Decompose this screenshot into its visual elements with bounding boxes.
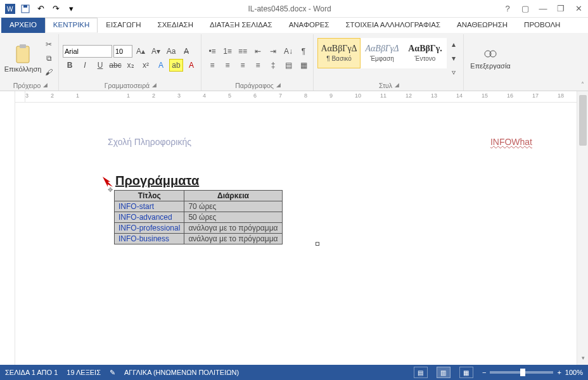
copy-button[interactable]: ⧉ bbox=[42, 52, 56, 65]
view-print-layout[interactable]: ▥ bbox=[437, 367, 451, 378]
align-left-button[interactable]: ≡ bbox=[205, 59, 219, 72]
subscript-button[interactable]: x₂ bbox=[124, 59, 137, 72]
text-effects-button[interactable]: A bbox=[154, 59, 168, 72]
view-read-mode[interactable]: ▤ bbox=[414, 367, 428, 378]
document-heading[interactable]: Προγράμματα bbox=[115, 174, 199, 188]
paste-button[interactable]: Επικόλληση bbox=[5, 37, 41, 79]
align-right-button[interactable]: ≡ bbox=[236, 59, 250, 72]
tab-layout[interactable]: ΔΙΑΤΑΞΗ ΣΕΛΙΔΑΣ bbox=[201, 18, 281, 33]
table-resize-handle[interactable] bbox=[316, 242, 319, 246]
cell-duration[interactable]: ανάλογα με το πρόγραμμα bbox=[184, 223, 282, 234]
cell-duration[interactable]: ανάλογα με το πρόγραμμα bbox=[184, 234, 282, 244]
strikethrough-button[interactable]: abc bbox=[108, 59, 122, 72]
borders-button[interactable]: ▦ bbox=[297, 59, 310, 72]
increase-indent-button[interactable]: ⇥ bbox=[266, 45, 280, 58]
zoom-slider[interactable] bbox=[490, 371, 553, 374]
tab-insert[interactable]: ΕΙΣΑΓΩΓΗ bbox=[98, 18, 149, 33]
status-page[interactable]: ΣΕΛΙΔΑ 1 ΑΠΟ 1 bbox=[5, 369, 58, 376]
tab-view[interactable]: ΠΡΟΒΟΛΗ bbox=[516, 18, 568, 33]
cell-duration[interactable]: 70 ώρες bbox=[184, 201, 282, 212]
help-icon[interactable]: ? bbox=[501, 4, 514, 13]
group-paragraph: •≡ 1≡ ≡≡ ⇤ ⇥ A↓ ¶ ≡ ≡ ≡ ≡ ‡ ▤ ▦ bbox=[203, 34, 314, 91]
scroll-thumb[interactable] bbox=[579, 95, 587, 146]
save-icon[interactable] bbox=[18, 1, 33, 16]
view-web-layout[interactable]: ▦ bbox=[459, 367, 473, 378]
underline-button[interactable]: U bbox=[93, 59, 107, 72]
superscript-button[interactable]: x² bbox=[139, 59, 153, 72]
scroll-down-button[interactable]: ▾ bbox=[577, 355, 588, 365]
cut-button[interactable]: ✂ bbox=[42, 38, 56, 51]
collapse-ribbon-button[interactable]: ˄ bbox=[581, 81, 584, 88]
font-name-combo[interactable] bbox=[63, 45, 112, 58]
ruler-mark: 1 bbox=[76, 92, 79, 99]
table-move-handle[interactable]: ✥ bbox=[108, 186, 113, 193]
styles-expand[interactable]: ▿ bbox=[447, 66, 461, 79]
zoom-in-button[interactable]: + bbox=[557, 369, 561, 376]
highlight-button[interactable]: ab bbox=[169, 59, 183, 72]
decrease-font-button[interactable]: A▾ bbox=[149, 45, 163, 58]
proofing-icon[interactable]: ✎ bbox=[110, 369, 115, 377]
zoom-out-button[interactable]: − bbox=[482, 369, 486, 376]
cell-duration[interactable]: 50 ώρες bbox=[184, 212, 282, 223]
status-words[interactable]: 19 ΛΕΞΕΙΣ bbox=[67, 369, 101, 376]
bullets-button[interactable]: •≡ bbox=[205, 45, 219, 58]
zoom-value[interactable]: 100% bbox=[565, 369, 583, 376]
clipboard-dialog-launcher[interactable]: ◢ bbox=[43, 82, 48, 89]
undo-icon[interactable]: ↶ bbox=[33, 1, 48, 16]
format-painter-button[interactable]: 🖌 bbox=[42, 66, 56, 79]
line-spacing-button[interactable]: ‡ bbox=[266, 59, 280, 72]
ribbon-options-icon[interactable]: ▢ bbox=[518, 4, 532, 13]
table-row[interactable]: INFO-businessανάλογα με το πρόγραμμα bbox=[115, 234, 283, 244]
font-dialog-launcher[interactable]: ◢ bbox=[152, 82, 157, 89]
table-row[interactable]: INFO-professionalανάλογα με το πρόγραμμα bbox=[115, 223, 283, 234]
tab-design[interactable]: ΣΧΕΔΙΑΣΗ bbox=[150, 18, 201, 33]
find-button[interactable]: Επεξεργασία bbox=[468, 37, 513, 79]
styles-row-down[interactable]: ▾ bbox=[447, 52, 461, 65]
ruler-mark: 1 bbox=[127, 92, 130, 99]
decrease-indent-button[interactable]: ⇤ bbox=[251, 45, 265, 58]
style-strong[interactable]: ΑαΒβΓγ. Έντονο bbox=[404, 38, 447, 68]
cell-title[interactable]: INFO-business bbox=[115, 234, 184, 244]
restore-icon[interactable]: ❐ bbox=[554, 4, 568, 13]
tab-review[interactable]: ΑΝΑΘΕΩΡΗΣΗ bbox=[449, 18, 516, 33]
style-emphasis[interactable]: ΑαΒβΓγΔ Έμφαση bbox=[361, 38, 404, 68]
minimize-icon[interactable]: — bbox=[536, 4, 550, 13]
table-row[interactable]: INFO-start70 ώρες bbox=[115, 201, 283, 212]
programs-table[interactable]: Τίτλος Διάρκεια INFO-start70 ώρεςINFO-ad… bbox=[114, 190, 283, 244]
close-icon[interactable]: ✕ bbox=[572, 4, 585, 13]
tab-references[interactable]: ΑΝΑΦΟΡΕΣ bbox=[281, 18, 338, 33]
shading-button[interactable]: ▤ bbox=[281, 59, 295, 72]
tab-mailings[interactable]: ΣΤΟΙΧΕΙΑ ΑΛΛΗΛΟΓΡΑΦΙΑΣ bbox=[338, 18, 449, 33]
justify-button[interactable]: ≡ bbox=[251, 59, 265, 72]
vertical-ruler[interactable] bbox=[0, 91, 15, 365]
change-case-button[interactable]: Aa bbox=[164, 45, 178, 58]
qat-more-icon[interactable]: ▾ bbox=[63, 1, 79, 16]
styles-row-up[interactable]: ▴ bbox=[447, 38, 461, 51]
show-marks-button[interactable]: ¶ bbox=[297, 45, 310, 58]
vertical-scrollbar[interactable]: ▾ bbox=[577, 91, 588, 365]
numbering-button[interactable]: 1≡ bbox=[220, 45, 234, 58]
word-icon[interactable]: W bbox=[3, 1, 18, 16]
align-center-button[interactable]: ≡ bbox=[220, 59, 234, 72]
status-language[interactable]: ΑΓΓΛΙΚΑ (ΗΝΩΜΕΝΩΝ ΠΟΛΙΤΕΙΩΝ) bbox=[124, 369, 239, 376]
horizontal-ruler[interactable]: 321123456789101112131415161718 bbox=[25, 91, 577, 102]
style-normal[interactable]: ΑαΒβΓγΔ ¶ Βασικό bbox=[317, 38, 361, 68]
sort-button[interactable]: A↓ bbox=[281, 45, 295, 58]
clear-formatting-button[interactable]: A̶ bbox=[179, 45, 193, 58]
styles-dialog-launcher[interactable]: ◢ bbox=[395, 82, 399, 89]
italic-button[interactable]: I bbox=[78, 59, 92, 72]
cell-title[interactable]: INFO-advanced bbox=[115, 212, 184, 223]
increase-font-button[interactable]: A▴ bbox=[134, 45, 148, 58]
document-scroll-area[interactable]: Σχολή Πληροφορικής INFOWhat Προγράμματα … bbox=[30, 103, 577, 365]
cell-title[interactable]: INFO-start bbox=[115, 201, 184, 212]
redo-icon[interactable]: ↷ bbox=[48, 1, 63, 16]
bold-button[interactable]: B bbox=[63, 59, 77, 72]
multilevel-button[interactable]: ≡≡ bbox=[236, 45, 250, 58]
tab-file[interactable]: ΑΡΧΕΙΟ bbox=[1, 18, 45, 33]
cell-title[interactable]: INFO-professional bbox=[115, 223, 184, 234]
font-size-combo[interactable] bbox=[113, 45, 132, 58]
font-color-button[interactable]: A bbox=[184, 59, 198, 72]
table-row[interactable]: INFO-advanced50 ώρες bbox=[115, 212, 283, 223]
paragraph-dialog-launcher[interactable]: ◢ bbox=[276, 82, 281, 89]
tab-home[interactable]: ΚΕΝΤΡΙΚΗ bbox=[45, 18, 98, 33]
